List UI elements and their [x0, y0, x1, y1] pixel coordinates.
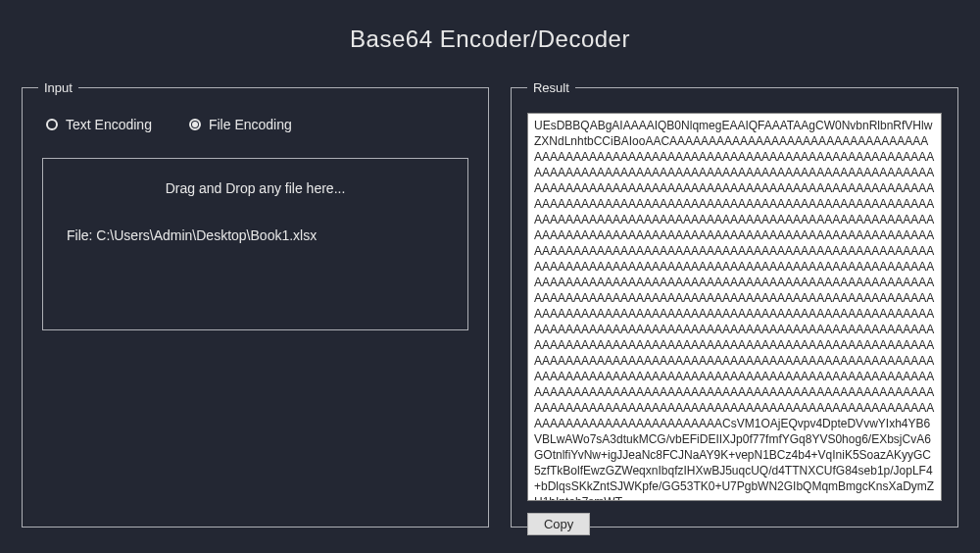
file-prefix: File:: [67, 227, 96, 243]
input-legend: Input: [38, 80, 78, 95]
main-panels: Input Text Encoding File Encoding Drag a…: [0, 80, 980, 528]
text-encoding-radio[interactable]: Text Encoding: [46, 117, 152, 132]
radio-icon: [46, 119, 58, 130]
result-legend: Result: [527, 80, 575, 95]
result-output[interactable]: [527, 113, 942, 501]
copy-button[interactable]: Copy: [527, 513, 590, 535]
selected-file-path: File: C:\Users\Admin\Desktop\Book1.xlsx: [67, 227, 448, 243]
file-path-value: C:\Users\Admin\Desktop\Book1.xlsx: [96, 227, 317, 243]
file-encoding-label: File Encoding: [209, 117, 292, 132]
result-group: Result Copy: [511, 80, 958, 528]
page-title: Base64 Encoder/Decoder: [0, 25, 980, 53]
text-encoding-label: Text Encoding: [66, 117, 152, 132]
drop-hint: Drag and Drop any file here...: [63, 180, 448, 196]
file-encoding-radio[interactable]: File Encoding: [189, 117, 292, 132]
encoding-mode-row: Text Encoding File Encoding: [38, 117, 472, 132]
radio-icon: [189, 119, 201, 130]
input-group: Input Text Encoding File Encoding Drag a…: [22, 80, 489, 528]
file-drop-zone[interactable]: Drag and Drop any file here... File: C:\…: [42, 158, 468, 330]
